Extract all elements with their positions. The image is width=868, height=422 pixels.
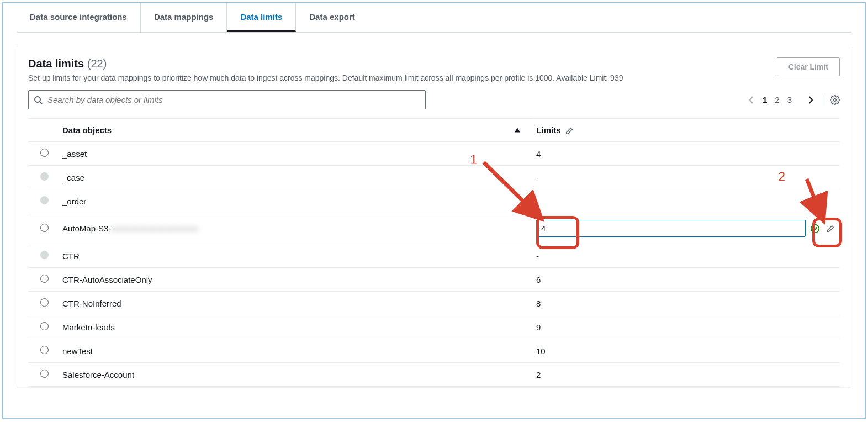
col-data-objects[interactable]: Data objects	[57, 119, 531, 142]
limit-value: -	[531, 244, 840, 268]
data-object-name: AutoMap-S3-xxxxxxxxxxxxxxxxxxxxx	[57, 213, 531, 244]
data-object-name: _order	[57, 189, 531, 213]
tabs-bar: Data source integrationsData mappingsDat…	[3, 3, 865, 32]
page-prev-icon[interactable]	[748, 95, 755, 105]
table-row: AutoMap-S3-xxxxxxxxxxxxxxxxxxxxx	[28, 213, 840, 244]
row-radio[interactable]	[40, 149, 49, 157]
tab-data-source-integrations[interactable]: Data source integrations	[17, 3, 141, 32]
page-1[interactable]: 1	[763, 95, 767, 104]
table-row: Salesforce-Account2	[28, 363, 840, 387]
page-2[interactable]: 2	[775, 95, 779, 104]
limit-value: 10	[531, 339, 840, 363]
pagination: 123	[748, 94, 840, 106]
search-icon	[34, 96, 43, 104]
row-radio[interactable]	[40, 322, 49, 330]
limit-value: 2	[531, 363, 840, 387]
table-row: CTR-	[28, 244, 840, 268]
limit-input[interactable]	[536, 220, 806, 237]
tab-data-mappings[interactable]: Data mappings	[141, 3, 227, 32]
limit-value: 6	[531, 268, 840, 292]
data-object-name: Salesforce-Account	[57, 363, 531, 387]
row-radio[interactable]	[40, 370, 49, 378]
data-object-name: newTest	[57, 339, 531, 363]
data-object-name: CTR-NoInferred	[57, 292, 531, 315]
col-limits[interactable]: Limits	[531, 119, 840, 142]
panel-description: Set up limits for your data mappings to …	[28, 73, 623, 82]
page-3[interactable]: 3	[787, 95, 792, 104]
data-object-name: CTR-AutoAssociateOnly	[57, 268, 531, 292]
data-object-name: _asset	[57, 142, 531, 166]
row-radio[interactable]	[40, 346, 49, 354]
table-row: _asset4	[28, 142, 840, 166]
clear-limit-button[interactable]: Clear Limit	[777, 57, 840, 76]
gear-icon[interactable]	[830, 95, 840, 105]
row-radio[interactable]	[40, 298, 49, 307]
table-row: CTR-NoInferred8	[28, 292, 840, 315]
data-object-name: _case	[57, 166, 531, 189]
edit-pencil-icon[interactable]	[827, 225, 834, 233]
limit-value: -	[531, 189, 840, 213]
data-object-name: CTR	[57, 244, 531, 268]
limit-value: 8	[531, 292, 840, 315]
row-radio[interactable]	[40, 275, 49, 283]
limit-value: -	[531, 166, 840, 189]
tab-data-export[interactable]: Data export	[296, 3, 368, 32]
row-radio	[40, 172, 49, 181]
svg-line-1	[40, 102, 42, 104]
row-radio	[40, 196, 49, 204]
row-radio[interactable]	[40, 224, 49, 232]
data-limits-table: Data objects Limits _asset4_case-_order-…	[28, 118, 840, 387]
svg-marker-3	[515, 128, 520, 132]
table-row: _order-	[28, 189, 840, 213]
sort-asc-icon	[514, 125, 521, 135]
page-next-icon[interactable]	[807, 95, 814, 105]
confirm-check-icon[interactable]	[810, 224, 820, 234]
row-radio	[40, 251, 49, 259]
panel-title: Data limits	[28, 57, 84, 70]
data-object-name: Marketo-leads	[57, 315, 531, 339]
tab-data-limits[interactable]: Data limits	[227, 3, 296, 32]
svg-point-0	[35, 97, 40, 102]
limit-value: 9	[531, 315, 840, 339]
panel-item-count: (22)	[87, 57, 107, 70]
svg-point-2	[834, 98, 837, 101]
svg-point-4	[811, 224, 819, 232]
table-row: Marketo-leads9	[28, 315, 840, 339]
edit-pencil-icon[interactable]	[565, 127, 573, 135]
limit-value: 4	[531, 142, 840, 166]
table-row: CTR-AutoAssociateOnly6	[28, 268, 840, 292]
table-row: _case-	[28, 166, 840, 189]
search-input[interactable]	[28, 90, 426, 109]
table-row: newTest10	[28, 339, 840, 363]
data-limits-panel: Data limits (22) Set up limits for your …	[17, 46, 851, 387]
